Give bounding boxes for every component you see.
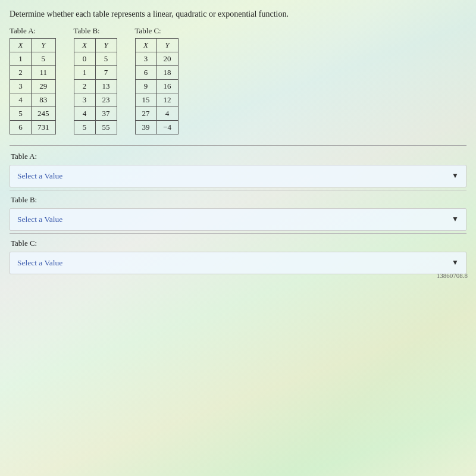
table-cell: 23 (95, 93, 117, 107)
table-cell: 16 (156, 79, 178, 93)
table-b-block: Table B: X Y 0517213323437555 (74, 26, 117, 134)
table-a-header-y: Y (32, 38, 56, 52)
table-row: 1512 (135, 93, 178, 107)
table-row: 916 (135, 79, 178, 93)
table-b: X Y 0517213323437555 (74, 38, 117, 134)
select-value-b: Select a Value (17, 215, 62, 224)
table-c-label: Table C: (135, 26, 178, 36)
select-dropdown-c[interactable]: Select a Value▼ (10, 252, 466, 274)
table-cell: 3 (135, 52, 156, 65)
table-row: 437 (74, 107, 117, 120)
table-row: 618 (135, 65, 178, 79)
table-row: 15 (10, 52, 56, 65)
table-row: 211 (10, 65, 56, 79)
answer-label-b: Table B: (10, 195, 466, 205)
table-row: 17 (74, 65, 117, 79)
table-row: 323 (74, 93, 117, 107)
table-cell: 55 (95, 120, 117, 134)
table-c-block: Table C: X Y 320618916151227439−4 (135, 26, 178, 134)
table-c-header-y: Y (156, 38, 178, 52)
table-cell: 13 (95, 79, 117, 93)
chevron-down-icon: ▼ (452, 171, 459, 180)
table-cell: 5 (95, 52, 117, 65)
table-c-header-x: X (135, 38, 156, 52)
table-a: X Y 1521132948352456731 (10, 38, 56, 134)
main-divider (10, 145, 466, 146)
table-row: 329 (10, 79, 56, 93)
table-cell: −4 (156, 120, 178, 134)
table-cell: 6 (135, 65, 156, 79)
answer-block-b: Table B:Select a Value▼ (10, 195, 466, 234)
table-cell: 4 (74, 107, 95, 120)
chevron-down-icon: ▼ (452, 258, 459, 267)
table-row: 39−4 (135, 120, 178, 134)
table-a-block: Table A: X Y 1521132948352456731 (10, 26, 56, 134)
table-cell: 1 (74, 65, 95, 79)
answer-block-c: Table C:Select a Value▼ (10, 239, 466, 274)
table-cell: 9 (135, 79, 156, 93)
table-cell: 39 (135, 120, 156, 134)
table-cell: 3 (10, 79, 32, 93)
table-row: 483 (10, 93, 56, 107)
chevron-down-icon: ▼ (452, 215, 459, 224)
answer-label-c: Table C: (10, 239, 466, 248)
table-cell: 20 (156, 52, 178, 65)
table-a-label: Table A: (10, 26, 56, 36)
table-cell: 83 (32, 93, 56, 107)
table-cell: 27 (135, 107, 156, 120)
table-cell: 731 (32, 120, 56, 134)
table-b-header-x: X (74, 38, 95, 52)
table-cell: 5 (10, 107, 32, 120)
table-cell: 7 (95, 65, 117, 79)
answer-label-a: Table A: (10, 152, 466, 161)
select-dropdown-a[interactable]: Select a Value▼ (10, 165, 466, 187)
table-cell: 37 (95, 107, 117, 120)
table-row: 320 (135, 52, 178, 65)
table-cell: 3 (74, 93, 95, 107)
instructions-text: Determine whether each table represents … (10, 8, 466, 20)
table-row: 555 (74, 120, 117, 134)
table-cell: 4 (156, 107, 178, 120)
select-value-c: Select a Value (17, 258, 62, 268)
answer-section: Table A:Select a Value▼Table B:Select a … (10, 152, 466, 274)
table-cell: 4 (10, 93, 32, 107)
table-cell: 1 (10, 52, 32, 65)
page: Determine whether each table represents … (0, 0, 476, 285)
table-b-label: Table B: (74, 26, 117, 36)
answer-divider-b (10, 233, 466, 234)
table-row: 274 (135, 107, 178, 120)
table-a-header-x: X (10, 38, 32, 52)
table-row: 5245 (10, 107, 56, 120)
table-cell: 29 (32, 79, 56, 93)
table-cell: 0 (74, 52, 95, 65)
table-cell: 18 (156, 65, 178, 79)
table-cell: 5 (74, 120, 95, 134)
table-cell: 2 (10, 65, 32, 79)
select-value-a: Select a Value (17, 171, 62, 181)
tables-section: Table A: X Y 1521132948352456731 Table B… (10, 26, 466, 134)
table-b-header-y: Y (95, 38, 117, 52)
table-c: X Y 320618916151227439−4 (135, 38, 178, 134)
answer-divider-a (10, 190, 466, 190)
table-cell: 2 (74, 79, 95, 93)
table-cell: 12 (156, 93, 178, 107)
select-dropdown-b[interactable]: Select a Value▼ (10, 208, 466, 231)
footer-id: 13860708.8 (437, 272, 468, 279)
table-cell: 11 (32, 65, 56, 79)
answer-block-a: Table A:Select a Value▼ (10, 152, 466, 190)
table-cell: 245 (32, 107, 56, 120)
table-cell: 15 (135, 93, 156, 107)
table-cell: 6 (10, 120, 32, 134)
table-cell: 5 (32, 52, 56, 65)
table-row: 6731 (10, 120, 56, 134)
table-row: 213 (74, 79, 117, 93)
table-row: 05 (74, 52, 117, 65)
